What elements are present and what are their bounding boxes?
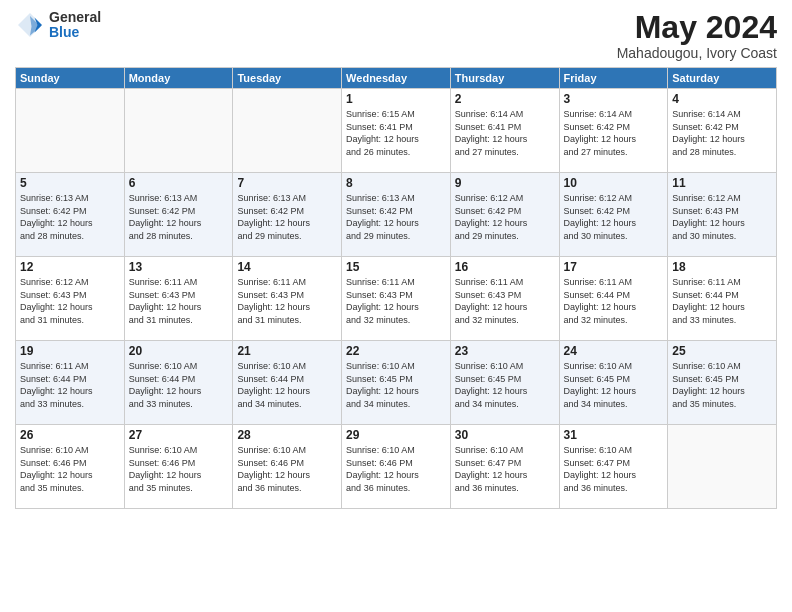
cell-info: Sunrise: 6:14 AM Sunset: 6:42 PM Dayligh… [564,108,664,158]
day-number: 8 [346,176,446,190]
calendar-cell: 15Sunrise: 6:11 AM Sunset: 6:43 PM Dayli… [342,257,451,341]
day-number: 6 [129,176,229,190]
cell-info: Sunrise: 6:14 AM Sunset: 6:42 PM Dayligh… [672,108,772,158]
day-number: 19 [20,344,120,358]
day-number: 9 [455,176,555,190]
month-year: May 2024 [617,10,777,45]
page: General Blue May 2024 Mahadougou, Ivory … [0,0,792,612]
cell-info: Sunrise: 6:10 AM Sunset: 6:45 PM Dayligh… [672,360,772,410]
calendar-cell: 16Sunrise: 6:11 AM Sunset: 6:43 PM Dayli… [450,257,559,341]
location: Mahadougou, Ivory Coast [617,45,777,61]
calendar-cell: 2Sunrise: 6:14 AM Sunset: 6:41 PM Daylig… [450,89,559,173]
calendar-cell: 30Sunrise: 6:10 AM Sunset: 6:47 PM Dayli… [450,425,559,509]
logo: General Blue [15,10,101,41]
logo-text: General Blue [49,10,101,41]
calendar-cell [668,425,777,509]
day-number: 24 [564,344,664,358]
day-number: 11 [672,176,772,190]
day-number: 15 [346,260,446,274]
cell-info: Sunrise: 6:10 AM Sunset: 6:44 PM Dayligh… [237,360,337,410]
cell-info: Sunrise: 6:13 AM Sunset: 6:42 PM Dayligh… [237,192,337,242]
header-friday: Friday [559,68,668,89]
calendar-cell: 10Sunrise: 6:12 AM Sunset: 6:42 PM Dayli… [559,173,668,257]
calendar-cell: 14Sunrise: 6:11 AM Sunset: 6:43 PM Dayli… [233,257,342,341]
week-row-1: 5Sunrise: 6:13 AM Sunset: 6:42 PM Daylig… [16,173,777,257]
cell-info: Sunrise: 6:12 AM Sunset: 6:43 PM Dayligh… [672,192,772,242]
week-row-0: 1Sunrise: 6:15 AM Sunset: 6:41 PM Daylig… [16,89,777,173]
cell-info: Sunrise: 6:10 AM Sunset: 6:45 PM Dayligh… [564,360,664,410]
logo-general: General [49,10,101,25]
calendar-cell [16,89,125,173]
calendar-cell: 31Sunrise: 6:10 AM Sunset: 6:47 PM Dayli… [559,425,668,509]
day-number: 17 [564,260,664,274]
calendar-cell: 19Sunrise: 6:11 AM Sunset: 6:44 PM Dayli… [16,341,125,425]
day-number: 25 [672,344,772,358]
day-number: 28 [237,428,337,442]
calendar-cell: 25Sunrise: 6:10 AM Sunset: 6:45 PM Dayli… [668,341,777,425]
header-tuesday: Tuesday [233,68,342,89]
calendar-cell: 17Sunrise: 6:11 AM Sunset: 6:44 PM Dayli… [559,257,668,341]
day-number: 26 [20,428,120,442]
week-row-3: 19Sunrise: 6:11 AM Sunset: 6:44 PM Dayli… [16,341,777,425]
calendar-cell: 20Sunrise: 6:10 AM Sunset: 6:44 PM Dayli… [124,341,233,425]
cell-info: Sunrise: 6:10 AM Sunset: 6:46 PM Dayligh… [346,444,446,494]
cell-info: Sunrise: 6:12 AM Sunset: 6:42 PM Dayligh… [564,192,664,242]
day-number: 1 [346,92,446,106]
cell-info: Sunrise: 6:15 AM Sunset: 6:41 PM Dayligh… [346,108,446,158]
cell-info: Sunrise: 6:10 AM Sunset: 6:47 PM Dayligh… [564,444,664,494]
header-saturday: Saturday [668,68,777,89]
cell-info: Sunrise: 6:11 AM Sunset: 6:44 PM Dayligh… [672,276,772,326]
calendar-cell: 9Sunrise: 6:12 AM Sunset: 6:42 PM Daylig… [450,173,559,257]
calendar-cell: 24Sunrise: 6:10 AM Sunset: 6:45 PM Dayli… [559,341,668,425]
cell-info: Sunrise: 6:11 AM Sunset: 6:43 PM Dayligh… [346,276,446,326]
day-number: 27 [129,428,229,442]
cell-info: Sunrise: 6:11 AM Sunset: 6:44 PM Dayligh… [20,360,120,410]
calendar-cell: 18Sunrise: 6:11 AM Sunset: 6:44 PM Dayli… [668,257,777,341]
cell-info: Sunrise: 6:11 AM Sunset: 6:43 PM Dayligh… [237,276,337,326]
calendar: SundayMondayTuesdayWednesdayThursdayFrid… [15,67,777,509]
cell-info: Sunrise: 6:10 AM Sunset: 6:47 PM Dayligh… [455,444,555,494]
header-monday: Monday [124,68,233,89]
calendar-cell [233,89,342,173]
day-number: 14 [237,260,337,274]
cell-info: Sunrise: 6:12 AM Sunset: 6:43 PM Dayligh… [20,276,120,326]
day-number: 4 [672,92,772,106]
day-number: 13 [129,260,229,274]
logo-blue: Blue [49,25,101,40]
cell-info: Sunrise: 6:10 AM Sunset: 6:45 PM Dayligh… [455,360,555,410]
calendar-cell: 12Sunrise: 6:12 AM Sunset: 6:43 PM Dayli… [16,257,125,341]
cell-info: Sunrise: 6:11 AM Sunset: 6:43 PM Dayligh… [129,276,229,326]
calendar-cell: 6Sunrise: 6:13 AM Sunset: 6:42 PM Daylig… [124,173,233,257]
calendar-cell: 22Sunrise: 6:10 AM Sunset: 6:45 PM Dayli… [342,341,451,425]
day-number: 21 [237,344,337,358]
cell-info: Sunrise: 6:11 AM Sunset: 6:43 PM Dayligh… [455,276,555,326]
header-sunday: Sunday [16,68,125,89]
title-block: May 2024 Mahadougou, Ivory Coast [617,10,777,61]
calendar-cell: 1Sunrise: 6:15 AM Sunset: 6:41 PM Daylig… [342,89,451,173]
calendar-cell: 27Sunrise: 6:10 AM Sunset: 6:46 PM Dayli… [124,425,233,509]
day-number: 31 [564,428,664,442]
calendar-cell: 21Sunrise: 6:10 AM Sunset: 6:44 PM Dayli… [233,341,342,425]
calendar-cell [124,89,233,173]
calendar-cell: 23Sunrise: 6:10 AM Sunset: 6:45 PM Dayli… [450,341,559,425]
day-number: 10 [564,176,664,190]
week-row-2: 12Sunrise: 6:12 AM Sunset: 6:43 PM Dayli… [16,257,777,341]
cell-info: Sunrise: 6:10 AM Sunset: 6:44 PM Dayligh… [129,360,229,410]
cell-info: Sunrise: 6:13 AM Sunset: 6:42 PM Dayligh… [129,192,229,242]
cell-info: Sunrise: 6:13 AM Sunset: 6:42 PM Dayligh… [346,192,446,242]
day-number: 5 [20,176,120,190]
cell-info: Sunrise: 6:10 AM Sunset: 6:46 PM Dayligh… [20,444,120,494]
week-row-4: 26Sunrise: 6:10 AM Sunset: 6:46 PM Dayli… [16,425,777,509]
header-thursday: Thursday [450,68,559,89]
calendar-cell: 3Sunrise: 6:14 AM Sunset: 6:42 PM Daylig… [559,89,668,173]
day-number: 29 [346,428,446,442]
calendar-cell: 28Sunrise: 6:10 AM Sunset: 6:46 PM Dayli… [233,425,342,509]
logo-icon [15,10,45,40]
cell-info: Sunrise: 6:11 AM Sunset: 6:44 PM Dayligh… [564,276,664,326]
day-number: 7 [237,176,337,190]
day-number: 20 [129,344,229,358]
calendar-cell: 13Sunrise: 6:11 AM Sunset: 6:43 PM Dayli… [124,257,233,341]
day-number: 12 [20,260,120,274]
day-number: 3 [564,92,664,106]
cell-info: Sunrise: 6:10 AM Sunset: 6:46 PM Dayligh… [129,444,229,494]
